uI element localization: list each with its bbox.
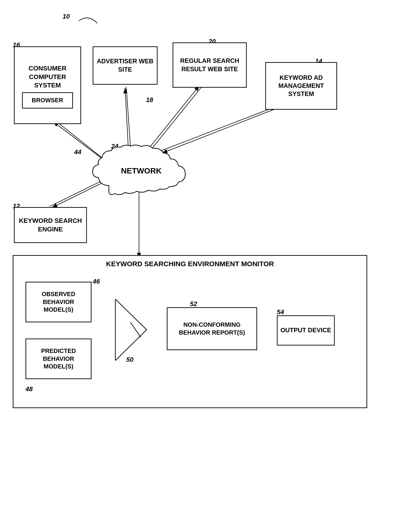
advertiser-website-box: ADVERTISER WEB SITE (93, 46, 158, 85)
consumer-computer-label: CONSUMER COMPUTER SYSTEM (15, 62, 80, 91)
ksem-title: KEYWORD SEARCHING ENVIRONMENT MONITOR (14, 260, 367, 268)
consumer-computer-box: CONSUMER COMPUTER SYSTEM BROWSER (14, 46, 81, 124)
diagram: 10 16 CONSUMER COMPUTER SYSTEM BROWSER 1… (0, 0, 420, 512)
svg-text:NETWORK: NETWORK (121, 166, 162, 175)
ref-48: 48 (25, 385, 33, 393)
nonconforming-report-label: NON-CONFORMING BEHAVIOR REPORT(S) (167, 319, 256, 339)
browser-label: BROWSER (30, 95, 65, 106)
ref-46: 46 (93, 278, 100, 285)
svg-line-7 (148, 87, 202, 153)
regular-search-label: REGULAR SEARCH RESULT WEB SITE (173, 55, 246, 75)
observed-behavior-label: OBSERVED BEHAVIOR MODEL(S) (26, 288, 91, 316)
keyword-ad-mgmt-box: KEYWORD AD MANAGEMENT SYSTEM (265, 62, 337, 110)
svg-marker-19 (115, 299, 147, 361)
svg-line-5 (126, 87, 131, 153)
browser-box: BROWSER (22, 92, 73, 109)
ref-44: 44 (74, 148, 81, 156)
network-cloud: NETWORK (90, 144, 192, 199)
ref-52: 52 (190, 300, 197, 308)
output-device-box: OUTPUT DEVICE (277, 315, 335, 346)
output-device-label: OUTPUT DEVICE (278, 324, 333, 336)
keyword-search-engine-label: KEYWORD SEARCH ENGINE (15, 215, 86, 235)
predicted-behavior-box: PREDICTED BEHAVIOR MODEL(S) (25, 339, 91, 379)
keyword-ad-mgmt-label: KEYWORD AD MANAGEMENT SYSTEM (266, 72, 336, 100)
keyword-search-engine-box: KEYWORD SEARCH ENGINE (14, 207, 87, 243)
svg-line-6 (125, 88, 128, 153)
ref-10: 10 (63, 13, 70, 20)
ref-18: 18 (146, 96, 153, 104)
comparator-triangle (113, 299, 148, 361)
regular-search-box: REGULAR SEARCH RESULT WEB SITE (172, 42, 247, 88)
advertiser-website-label: ADVERTISER WEB SITE (93, 55, 157, 75)
svg-line-8 (146, 86, 199, 152)
predicted-behavior-label: PREDICTED BEHAVIOR MODEL(S) (26, 345, 91, 372)
nonconforming-report-box: NON-CONFORMING BEHAVIOR REPORT(S) (167, 307, 257, 350)
ref-54: 54 (277, 308, 284, 316)
observed-behavior-box: OBSERVED BEHAVIOR MODEL(S) (25, 282, 91, 322)
